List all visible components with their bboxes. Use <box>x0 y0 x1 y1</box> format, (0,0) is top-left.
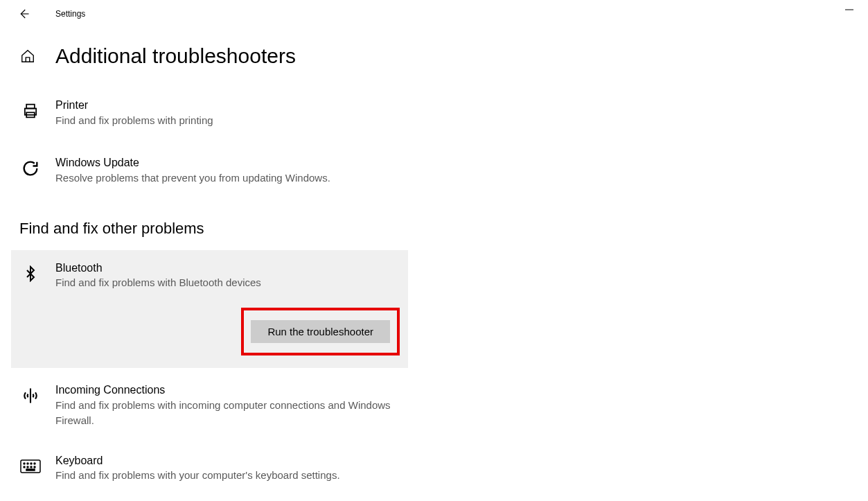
svg-rect-3 <box>26 105 35 109</box>
run-button-highlight: Run the troubleshooter <box>241 308 400 355</box>
item-desc: Resolve problems that prevent you from u… <box>55 170 330 186</box>
svg-point-13 <box>30 466 32 468</box>
item-title: Keyboard <box>55 454 340 468</box>
section-title-other: Find and fix other problems <box>19 193 868 250</box>
item-title: Windows Update <box>55 156 330 170</box>
svg-point-10 <box>34 463 35 464</box>
item-title: Printer <box>55 98 213 113</box>
item-title: Incoming Connections <box>55 383 402 398</box>
run-troubleshooter-button[interactable]: Run the troubleshooter <box>251 320 390 343</box>
home-icon[interactable] <box>19 49 36 64</box>
app-title: Settings <box>55 9 85 19</box>
troubleshooter-windows-update[interactable]: Windows Update Resolve problems that pre… <box>19 148 868 193</box>
troubleshooter-incoming-connections[interactable]: Incoming Connections Find and fix proble… <box>19 375 868 436</box>
troubleshooter-bluetooth[interactable]: Bluetooth Find and fix problems with Blu… <box>11 250 408 368</box>
page-title: Additional troubleshooters <box>55 44 296 68</box>
troubleshooter-printer[interactable]: Printer Find and fix problems with print… <box>19 90 868 135</box>
keyboard-icon <box>19 455 42 477</box>
svg-point-11 <box>24 466 25 468</box>
svg-point-12 <box>27 466 28 468</box>
svg-point-9 <box>30 463 32 464</box>
item-title: Bluetooth <box>55 261 261 276</box>
minimize-button[interactable] <box>839 3 860 17</box>
svg-point-7 <box>24 463 25 464</box>
back-button[interactable] <box>12 3 35 25</box>
update-icon <box>19 157 42 179</box>
svg-point-8 <box>27 463 28 464</box>
bluetooth-icon <box>19 263 42 285</box>
item-desc: Find and fix problems with printing <box>55 113 213 129</box>
svg-rect-15 <box>26 469 35 471</box>
printer-icon <box>19 100 42 122</box>
item-desc: Find and fix problems with your computer… <box>55 468 340 484</box>
troubleshooter-keyboard[interactable]: Keyboard Find and fix problems with your… <box>19 446 868 491</box>
item-desc: Find and fix problems with Bluetooth dev… <box>55 275 261 291</box>
svg-point-14 <box>34 466 35 468</box>
incoming-connections-icon <box>19 385 42 407</box>
item-desc: Find and fix problems with incoming comp… <box>55 398 402 429</box>
